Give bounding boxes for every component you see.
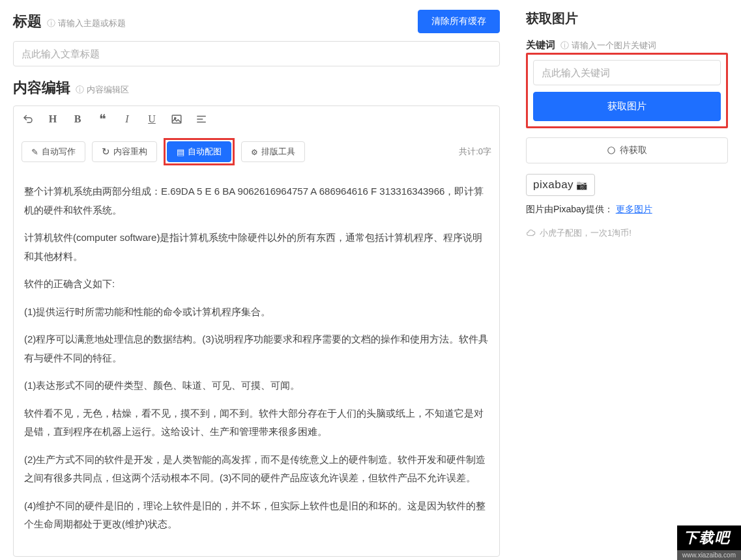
- paragraph: (1)提供运行时所需功能和性能的命令或计算机程序集合。: [24, 303, 489, 322]
- sidebar-title: 获取图片: [526, 11, 578, 25]
- auto-write-button[interactable]: 自动写作: [22, 141, 85, 162]
- editor-toolbar: H B ❝ I U: [14, 106, 499, 133]
- paragraph: 整个计算机系统由两部分组成：E.69DA 5 E 6 BA 9062616964…: [24, 182, 489, 219]
- heading-icon[interactable]: H: [46, 113, 59, 126]
- paragraph: (2)生产方式不同的软件是开发，是人类智能的高发挥，而不是传统意义上的硬件制造。…: [24, 451, 489, 488]
- footer-note-text: 小虎子配图，一次1淘币!: [540, 227, 632, 239]
- watermark-text: 下载吧: [677, 525, 741, 550]
- sidebar-panel: 获取图片 关键词 请输入一个图片关键词 获取图片 待获取 pixabay 图片由…: [513, 0, 741, 560]
- bold-icon[interactable]: B: [71, 113, 84, 126]
- watermark-url: www.xiazaiba.com: [677, 550, 741, 560]
- svg-point-5: [608, 147, 615, 154]
- keyword-label: 关键词: [526, 39, 555, 51]
- refresh-icon: [102, 146, 110, 158]
- watermark: 下载吧 www.xiazaiba.com: [677, 525, 741, 560]
- content-label: 内容编辑: [13, 78, 70, 98]
- layout-tool-button[interactable]: 排版工具: [241, 141, 305, 162]
- paragraph: (4)维护不同的硬件是旧的，理论上软件是旧的，并不坏，但实际上软件也是旧的和坏的…: [24, 497, 489, 534]
- circle-icon: [607, 146, 616, 155]
- pixabay-text: pixabay: [533, 178, 574, 191]
- image-icon[interactable]: [170, 113, 183, 126]
- content-section-header: 内容编辑 内容编辑区: [13, 78, 500, 98]
- pixabay-badge: pixabay: [526, 174, 595, 196]
- keyword-hint: 请输入一个图片关键词: [560, 40, 656, 51]
- undo-icon[interactable]: [22, 113, 35, 126]
- status-pill: 待获取: [526, 137, 728, 163]
- restructure-button[interactable]: 内容重构: [92, 141, 157, 162]
- char-count: 共计:0字: [459, 146, 491, 158]
- auto-image-button[interactable]: 自动配图: [167, 141, 231, 162]
- pencil-icon: [31, 147, 38, 157]
- title-label: 标题: [13, 12, 42, 31]
- paragraph: (1)表达形式不同的硬件类型、颜色、味道、可见、可摸、可闻。: [24, 376, 489, 395]
- camera-icon: [576, 178, 588, 191]
- content-area[interactable]: 整个计算机系统由两部分组成：E.69DA 5 E 6 BA 9062616964…: [14, 175, 499, 556]
- attribution: 图片由Pixabay提供： 更多图片: [526, 204, 728, 216]
- auto-write-label: 自动写作: [42, 146, 76, 158]
- layers-icon: [177, 147, 184, 157]
- title-hint: 请输入主题或标题: [47, 18, 126, 29]
- status-text: 待获取: [620, 145, 647, 156]
- paragraph: (2)程序可以满意地处理信息的数据结构。(3)说明程序功能要求和程序需要的文档的…: [24, 330, 489, 367]
- title-input[interactable]: [13, 41, 500, 66]
- restructure-label: 内容重构: [113, 146, 147, 158]
- align-icon[interactable]: [195, 113, 208, 126]
- italic-icon[interactable]: I: [121, 113, 134, 126]
- quote-icon[interactable]: ❝: [96, 113, 109, 126]
- editor-box: H B ❝ I U 自动写作 内容重构 自动配图 排版工具 共计:0字 整个计算…: [13, 105, 500, 557]
- paragraph: 软件的正确含义如下:: [24, 275, 489, 294]
- auto-image-highlight: 自动配图: [164, 138, 235, 165]
- keyword-highlight-box: 获取图片: [526, 53, 728, 128]
- fetch-image-button[interactable]: 获取图片: [533, 92, 721, 121]
- paragraph: 计算机软件(computer software)是指计算机系统中除硬件以外的所有…: [24, 229, 489, 266]
- footer-note: 小虎子配图，一次1淘币!: [526, 227, 728, 239]
- keyword-input[interactable]: [533, 60, 721, 85]
- main-panel: 标题 请输入主题或标题 清除所有缓存 内容编辑 内容编辑区 H B ❝ I U: [0, 0, 513, 560]
- auto-image-label: 自动配图: [188, 146, 222, 158]
- attribution-prefix: 图片由Pixabay提供：: [526, 204, 613, 214]
- paragraph: 软件看不见，无色，枯燥，看不见，摸不到，闻不到。软件大部分存在于人们的头脑或纸上…: [24, 404, 489, 441]
- tools-icon: [251, 147, 258, 157]
- content-hint: 内容编辑区: [76, 84, 129, 96]
- title-section-header: 标题 请输入主题或标题 清除所有缓存: [13, 10, 500, 33]
- clear-cache-button[interactable]: 清除所有缓存: [418, 10, 500, 33]
- action-row: 自动写作 内容重构 自动配图 排版工具 共计:0字: [14, 133, 499, 175]
- more-images-link[interactable]: 更多图片: [616, 204, 652, 214]
- layout-tool-label: 排版工具: [261, 146, 295, 158]
- cloud-icon: [526, 229, 536, 238]
- underline-icon[interactable]: U: [145, 113, 158, 126]
